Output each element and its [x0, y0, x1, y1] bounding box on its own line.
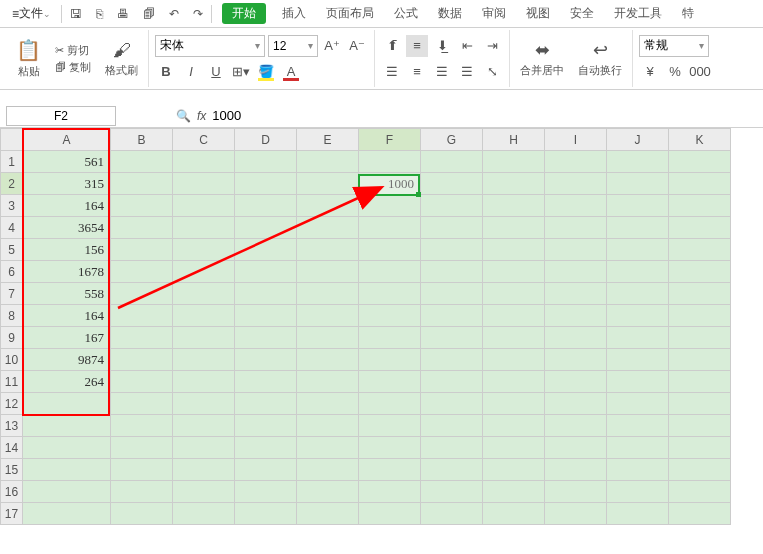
paste-button[interactable]: 📋 粘贴 [12, 36, 45, 81]
cell[interactable] [669, 173, 731, 195]
cell[interactable] [111, 349, 173, 371]
cell[interactable] [669, 283, 731, 305]
cell[interactable] [607, 371, 669, 393]
cell[interactable] [669, 195, 731, 217]
cell[interactable] [23, 503, 111, 525]
cell[interactable] [111, 327, 173, 349]
cell[interactable] [545, 305, 607, 327]
cell[interactable] [359, 151, 421, 173]
cell[interactable] [483, 349, 545, 371]
row-header[interactable]: 7 [1, 283, 23, 305]
cell[interactable] [297, 283, 359, 305]
cell[interactable] [23, 459, 111, 481]
wrap-text-button[interactable]: ↩ 自动换行 [574, 37, 626, 80]
cell[interactable] [359, 239, 421, 261]
cell[interactable] [111, 217, 173, 239]
cell[interactable] [545, 503, 607, 525]
row-header[interactable]: 2 [1, 173, 23, 195]
cell[interactable] [483, 195, 545, 217]
cell[interactable] [607, 283, 669, 305]
cell[interactable] [359, 481, 421, 503]
cell[interactable] [607, 327, 669, 349]
cell[interactable] [297, 239, 359, 261]
cell[interactable] [669, 261, 731, 283]
col-header-I[interactable]: I [545, 129, 607, 151]
cell[interactable] [421, 261, 483, 283]
cell[interactable] [111, 195, 173, 217]
cell[interactable] [421, 437, 483, 459]
cell[interactable] [297, 393, 359, 415]
cell[interactable] [111, 283, 173, 305]
align-bottom-icon[interactable]: ⬇̲ [431, 35, 453, 57]
cell[interactable] [235, 283, 297, 305]
cell[interactable] [545, 393, 607, 415]
cell[interactable] [111, 305, 173, 327]
cell[interactable] [235, 327, 297, 349]
cell[interactable] [545, 239, 607, 261]
decrease-font-icon[interactable]: A⁻ [346, 35, 368, 57]
cell[interactable] [173, 151, 235, 173]
cell[interactable] [173, 415, 235, 437]
col-header-G[interactable]: G [421, 129, 483, 151]
tab-dev[interactable]: 开发工具 [604, 5, 672, 22]
cell[interactable] [23, 481, 111, 503]
row-header[interactable]: 1 [1, 151, 23, 173]
cell[interactable] [607, 305, 669, 327]
cell[interactable] [607, 261, 669, 283]
align-center-icon[interactable]: ≡ [406, 61, 428, 83]
save-icon[interactable]: 🖫 [66, 7, 86, 21]
cell[interactable] [235, 371, 297, 393]
row-header[interactable]: 8 [1, 305, 23, 327]
cell[interactable] [669, 459, 731, 481]
tab-special[interactable]: 特 [672, 5, 704, 22]
cell[interactable] [607, 239, 669, 261]
cell[interactable] [23, 393, 111, 415]
cell[interactable] [545, 151, 607, 173]
cell[interactable] [173, 393, 235, 415]
cell[interactable] [297, 173, 359, 195]
cell[interactable]: 1678 [23, 261, 111, 283]
cell[interactable] [173, 283, 235, 305]
cell[interactable] [669, 503, 731, 525]
cell[interactable] [235, 261, 297, 283]
cell[interactable] [173, 305, 235, 327]
cell[interactable] [545, 437, 607, 459]
cell[interactable] [607, 437, 669, 459]
tab-review[interactable]: 审阅 [472, 5, 516, 22]
fx-icon[interactable]: fx [197, 109, 206, 123]
cell[interactable] [483, 327, 545, 349]
cell[interactable] [359, 195, 421, 217]
row-header[interactable]: 11 [1, 371, 23, 393]
cell[interactable] [607, 173, 669, 195]
col-header-C[interactable]: C [173, 129, 235, 151]
cell[interactable] [359, 217, 421, 239]
col-header-J[interactable]: J [607, 129, 669, 151]
cell[interactable] [173, 349, 235, 371]
cell[interactable] [483, 305, 545, 327]
tab-layout[interactable]: 页面布局 [316, 5, 384, 22]
cell[interactable] [669, 305, 731, 327]
cell[interactable] [483, 503, 545, 525]
print-preview-icon[interactable]: 🗐 [139, 7, 159, 21]
row-header[interactable]: 13 [1, 415, 23, 437]
cell[interactable] [483, 371, 545, 393]
cell[interactable] [297, 481, 359, 503]
underline-button[interactable]: U [205, 61, 227, 83]
cell[interactable] [421, 195, 483, 217]
col-header-H[interactable]: H [483, 129, 545, 151]
cut-button[interactable]: ✂剪切 [51, 43, 95, 58]
cell[interactable] [359, 371, 421, 393]
cell[interactable] [669, 217, 731, 239]
cell[interactable] [607, 459, 669, 481]
col-header-K[interactable]: K [669, 129, 731, 151]
col-header-E[interactable]: E [297, 129, 359, 151]
cell[interactable] [545, 217, 607, 239]
cell[interactable] [669, 239, 731, 261]
cell[interactable] [669, 151, 731, 173]
col-header-B[interactable]: B [111, 129, 173, 151]
cell[interactable] [421, 173, 483, 195]
row-header[interactable]: 4 [1, 217, 23, 239]
cell[interactable] [23, 437, 111, 459]
cell[interactable] [297, 261, 359, 283]
cell[interactable] [235, 393, 297, 415]
